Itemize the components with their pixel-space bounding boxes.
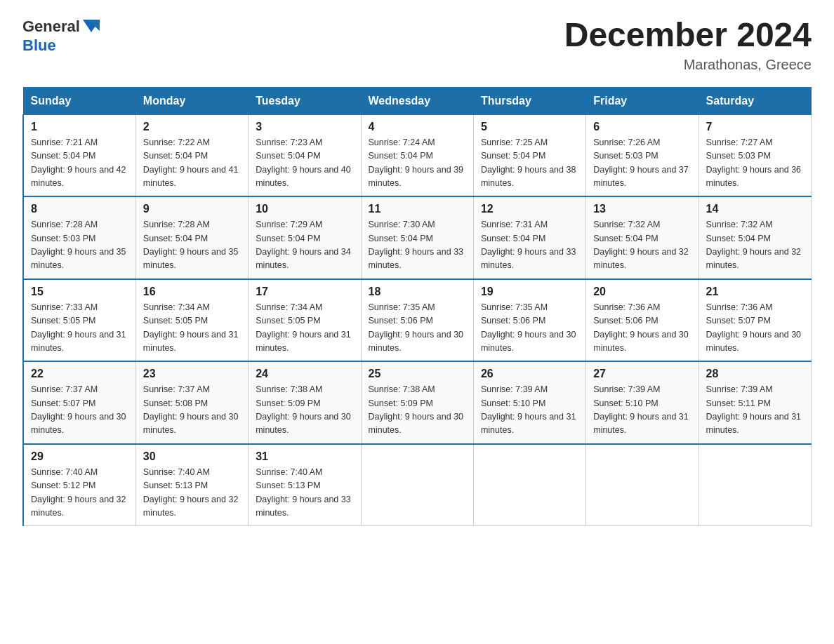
calendar-day-cell: 16 Sunrise: 7:34 AMSunset: 5:05 PMDaylig… <box>135 279 248 362</box>
calendar-day-cell: 31 Sunrise: 7:40 AMSunset: 5:13 PMDaylig… <box>249 444 361 526</box>
day-info: Sunrise: 7:32 AMSunset: 5:04 PMDaylight:… <box>706 220 802 270</box>
calendar-day-cell: 22 Sunrise: 7:37 AMSunset: 5:07 PMDaylig… <box>23 361 135 444</box>
calendar-day-cell: 10 Sunrise: 7:29 AMSunset: 5:04 PMDaylig… <box>249 196 361 279</box>
logo-text-blue: Blue <box>22 36 101 55</box>
header-sunday: Sunday <box>23 87 135 114</box>
day-info: Sunrise: 7:39 AMSunset: 5:10 PMDaylight:… <box>593 384 689 435</box>
day-number: 25 <box>369 368 466 380</box>
day-info: Sunrise: 7:40 AMSunset: 5:12 PMDaylight:… <box>31 467 126 518</box>
calendar-week-row: 1 Sunrise: 7:21 AMSunset: 5:04 PMDayligh… <box>23 114 812 196</box>
calendar-day-cell: 8 Sunrise: 7:28 AMSunset: 5:03 PMDayligh… <box>23 196 135 279</box>
day-number: 16 <box>143 286 241 298</box>
calendar-day-cell: 18 Sunrise: 7:35 AMSunset: 5:06 PMDaylig… <box>361 279 473 362</box>
calendar-day-cell: 24 Sunrise: 7:38 AMSunset: 5:09 PMDaylig… <box>249 361 361 444</box>
calendar-day-cell: 29 Sunrise: 7:40 AMSunset: 5:12 PMDaylig… <box>23 444 135 526</box>
day-number: 17 <box>256 286 353 298</box>
calendar-day-cell <box>699 444 811 526</box>
day-info: Sunrise: 7:29 AMSunset: 5:04 PMDaylight:… <box>256 220 351 270</box>
logo-triangle-icon <box>81 17 101 36</box>
day-number: 1 <box>31 121 128 133</box>
day-info: Sunrise: 7:40 AMSunset: 5:13 PMDaylight:… <box>256 467 351 518</box>
day-info: Sunrise: 7:35 AMSunset: 5:06 PMDaylight:… <box>369 302 464 353</box>
calendar-day-cell: 3 Sunrise: 7:23 AMSunset: 5:04 PMDayligh… <box>249 114 361 196</box>
calendar-day-cell: 27 Sunrise: 7:39 AMSunset: 5:10 PMDaylig… <box>586 361 699 444</box>
calendar-day-cell <box>586 444 699 526</box>
day-info: Sunrise: 7:28 AMSunset: 5:03 PMDaylight:… <box>31 220 126 270</box>
day-number: 28 <box>706 368 804 380</box>
day-number: 10 <box>256 203 353 215</box>
day-info: Sunrise: 7:37 AMSunset: 5:08 PMDaylight:… <box>143 384 239 435</box>
day-info: Sunrise: 7:38 AMSunset: 5:09 PMDaylight:… <box>369 384 464 435</box>
calendar-day-cell: 25 Sunrise: 7:38 AMSunset: 5:09 PMDaylig… <box>361 361 473 444</box>
day-info: Sunrise: 7:27 AMSunset: 5:03 PMDaylight:… <box>706 137 802 188</box>
day-info: Sunrise: 7:21 AMSunset: 5:04 PMDaylight:… <box>31 137 126 188</box>
day-number: 14 <box>706 203 804 215</box>
calendar-day-cell: 19 Sunrise: 7:35 AMSunset: 5:06 PMDaylig… <box>473 279 585 362</box>
day-number: 7 <box>706 121 804 133</box>
calendar-day-cell <box>361 444 473 526</box>
day-number: 22 <box>31 368 128 380</box>
calendar-day-cell: 17 Sunrise: 7:34 AMSunset: 5:05 PMDaylig… <box>249 279 361 362</box>
calendar-day-cell <box>473 444 585 526</box>
day-number: 18 <box>369 286 466 298</box>
calendar-day-cell: 11 Sunrise: 7:30 AMSunset: 5:04 PMDaylig… <box>361 196 473 279</box>
calendar-week-row: 15 Sunrise: 7:33 AMSunset: 5:05 PMDaylig… <box>23 279 812 362</box>
calendar-day-cell: 26 Sunrise: 7:39 AMSunset: 5:10 PMDaylig… <box>473 361 585 444</box>
day-info: Sunrise: 7:34 AMSunset: 5:05 PMDaylight:… <box>143 302 239 353</box>
day-info: Sunrise: 7:39 AMSunset: 5:11 PMDaylight:… <box>706 384 802 435</box>
day-info: Sunrise: 7:28 AMSunset: 5:04 PMDaylight:… <box>143 220 239 270</box>
day-info: Sunrise: 7:38 AMSunset: 5:09 PMDaylight:… <box>256 384 351 435</box>
calendar-day-cell: 28 Sunrise: 7:39 AMSunset: 5:11 PMDaylig… <box>699 361 811 444</box>
day-info: Sunrise: 7:36 AMSunset: 5:07 PMDaylight:… <box>706 302 802 353</box>
calendar-week-row: 22 Sunrise: 7:37 AMSunset: 5:07 PMDaylig… <box>23 361 812 444</box>
day-info: Sunrise: 7:34 AMSunset: 5:05 PMDaylight:… <box>256 302 351 353</box>
day-number: 6 <box>593 121 691 133</box>
header-tuesday: Tuesday <box>249 87 361 114</box>
day-number: 15 <box>31 286 128 298</box>
page-header: General Blue December 2024 Marathonas, G… <box>22 17 812 73</box>
day-info: Sunrise: 7:33 AMSunset: 5:05 PMDaylight:… <box>31 302 126 353</box>
day-info: Sunrise: 7:37 AMSunset: 5:07 PMDaylight:… <box>31 384 126 435</box>
day-info: Sunrise: 7:36 AMSunset: 5:06 PMDaylight:… <box>593 302 689 353</box>
day-info: Sunrise: 7:26 AMSunset: 5:03 PMDaylight:… <box>593 137 689 188</box>
location-title: Marathonas, Greece <box>564 57 812 73</box>
calendar-week-row: 29 Sunrise: 7:40 AMSunset: 5:12 PMDaylig… <box>23 444 812 526</box>
header-monday: Monday <box>135 87 248 114</box>
logo-text-general: General <box>22 18 80 36</box>
calendar-week-row: 8 Sunrise: 7:28 AMSunset: 5:03 PMDayligh… <box>23 196 812 279</box>
calendar-day-cell: 6 Sunrise: 7:26 AMSunset: 5:03 PMDayligh… <box>586 114 699 196</box>
day-number: 31 <box>256 450 353 463</box>
day-number: 9 <box>143 203 241 215</box>
day-info: Sunrise: 7:30 AMSunset: 5:04 PMDaylight:… <box>369 220 464 270</box>
calendar-day-cell: 30 Sunrise: 7:40 AMSunset: 5:13 PMDaylig… <box>135 444 248 526</box>
calendar-day-cell: 5 Sunrise: 7:25 AMSunset: 5:04 PMDayligh… <box>473 114 585 196</box>
logo: General Blue <box>22 17 101 55</box>
weekday-header-row: Sunday Monday Tuesday Wednesday Thursday… <box>23 87 812 114</box>
calendar-day-cell: 9 Sunrise: 7:28 AMSunset: 5:04 PMDayligh… <box>135 196 248 279</box>
calendar-day-cell: 13 Sunrise: 7:32 AMSunset: 5:04 PMDaylig… <box>586 196 699 279</box>
calendar-day-cell: 14 Sunrise: 7:32 AMSunset: 5:04 PMDaylig… <box>699 196 811 279</box>
day-info: Sunrise: 7:22 AMSunset: 5:04 PMDaylight:… <box>143 137 239 188</box>
day-number: 30 <box>143 450 241 463</box>
day-info: Sunrise: 7:32 AMSunset: 5:04 PMDaylight:… <box>593 220 689 270</box>
day-number: 13 <box>593 203 691 215</box>
day-info: Sunrise: 7:25 AMSunset: 5:04 PMDaylight:… <box>481 137 576 188</box>
calendar-day-cell: 21 Sunrise: 7:36 AMSunset: 5:07 PMDaylig… <box>699 279 811 362</box>
day-info: Sunrise: 7:35 AMSunset: 5:06 PMDaylight:… <box>481 302 576 353</box>
day-number: 29 <box>31 450 128 463</box>
day-number: 19 <box>481 286 578 298</box>
day-info: Sunrise: 7:39 AMSunset: 5:10 PMDaylight:… <box>481 384 576 435</box>
day-number: 23 <box>143 368 241 380</box>
calendar-day-cell: 7 Sunrise: 7:27 AMSunset: 5:03 PMDayligh… <box>699 114 811 196</box>
calendar-day-cell: 20 Sunrise: 7:36 AMSunset: 5:06 PMDaylig… <box>586 279 699 362</box>
day-info: Sunrise: 7:24 AMSunset: 5:04 PMDaylight:… <box>369 137 464 188</box>
day-info: Sunrise: 7:23 AMSunset: 5:04 PMDaylight:… <box>256 137 351 188</box>
day-number: 11 <box>369 203 466 215</box>
day-number: 4 <box>369 121 466 133</box>
day-number: 2 <box>143 121 241 133</box>
day-number: 8 <box>31 203 128 215</box>
day-number: 26 <box>481 368 578 380</box>
day-info: Sunrise: 7:31 AMSunset: 5:04 PMDaylight:… <box>481 220 576 270</box>
day-number: 20 <box>593 286 691 298</box>
header-wednesday: Wednesday <box>361 87 473 114</box>
